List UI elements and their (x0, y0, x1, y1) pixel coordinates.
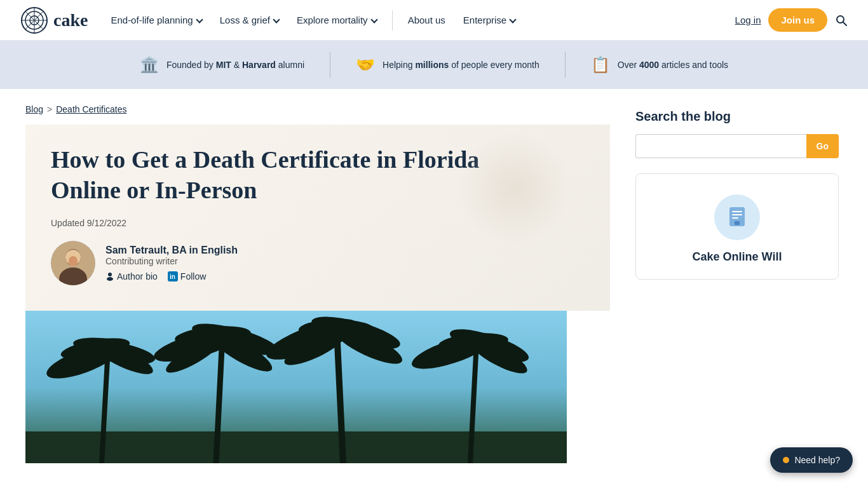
logo-text: cake (53, 10, 88, 30)
svg-text:in: in (170, 273, 175, 280)
svg-rect-47 (735, 221, 740, 225)
help-label: Need help? (794, 455, 840, 463)
main-nav: cake End-of-life planning Loss & grief E… (0, 0, 868, 41)
author-name: Sam Tetrault, BA in English (105, 245, 238, 256)
svg-point-13 (69, 256, 78, 266)
sidebar-search-title: Search the blog (635, 109, 839, 124)
sidebar-card-will: Cake Online Will (635, 173, 839, 280)
author-section: Sam Tetrault, BA in English Contributing… (51, 241, 585, 285)
help-bubble[interactable]: Need help? (770, 447, 853, 463)
palm-trees-illustration (25, 311, 567, 463)
document-icon (726, 206, 749, 229)
nav-item-end-of-life[interactable]: End-of-life planning (103, 10, 209, 30)
nav-item-about-us[interactable]: About us (400, 10, 453, 30)
join-button[interactable]: Join us (768, 8, 827, 32)
sidebar: Search the blog Go Cake Online Will (635, 89, 839, 463)
content-area: Blog > Death Certificates How to Get a D… (25, 89, 635, 463)
help-dot (783, 457, 789, 463)
nav-item-enterprise[interactable]: Enterprise (456, 10, 523, 30)
logo-icon (20, 6, 48, 34)
nav-menu: End-of-life planning Loss & grief Explor… (103, 10, 729, 30)
chevron-down-icon (273, 16, 280, 23)
breadcrumb-blog[interactable]: Blog (25, 104, 43, 114)
chevron-down-icon (370, 16, 377, 23)
nav-actions: Log in Join us (735, 8, 848, 32)
author-links: Author bio in Follow (105, 271, 238, 281)
article-title: How to Get a Death Certificate in Florid… (51, 145, 546, 205)
blog-search-input[interactable] (635, 134, 806, 158)
chevron-down-icon (196, 16, 203, 23)
author-avatar-image (51, 241, 95, 285)
login-button[interactable]: Log in (735, 15, 761, 25)
trust-banner: 🏛️ Founded by MIT & Harvard alumni 🤝 Hel… (0, 41, 868, 89)
logo-link[interactable]: cake (20, 6, 88, 34)
svg-rect-45 (732, 214, 742, 215)
search-button[interactable] (835, 14, 848, 27)
will-icon (714, 194, 760, 240)
linkedin-icon: in (168, 271, 178, 281)
breadcrumb-separator: > (47, 104, 52, 114)
blog-search-bar: Go (635, 134, 839, 158)
article-updated: Updated 9/12/2022 (51, 218, 585, 228)
author-info: Sam Tetrault, BA in English Contributing… (105, 245, 238, 281)
author-role: Contributing writer (105, 256, 238, 266)
svg-rect-46 (732, 217, 738, 219)
sidebar-card-title: Cake Online Will (651, 250, 823, 264)
blog-search-go-button[interactable]: Go (806, 134, 839, 158)
svg-rect-19 (25, 431, 567, 463)
author-avatar (51, 241, 95, 285)
search-icon (835, 14, 848, 27)
hands-icon: 🤝 (356, 56, 375, 74)
svg-point-15 (107, 277, 113, 281)
nav-item-explore-mortality[interactable]: Explore mortality (289, 10, 384, 30)
svg-point-14 (108, 273, 112, 276)
svg-line-8 (843, 22, 846, 25)
breadcrumb: Blog > Death Certificates (25, 89, 610, 125)
person-icon (105, 272, 114, 281)
article-image-section (25, 311, 610, 463)
main-container: Blog > Death Certificates How to Get a D… (0, 89, 868, 463)
banner-item-helping: 🤝 Helping millions of people every month (330, 56, 565, 74)
nav-divider (392, 10, 393, 30)
svg-rect-44 (732, 211, 742, 212)
linkedin-follow-link[interactable]: in Follow (168, 271, 206, 281)
banner-item-articles: 📋 Over 4000 articles and tools (566, 56, 754, 74)
article-hero-image (25, 311, 567, 463)
article-header: How to Get a Death Certificate in Florid… (25, 125, 610, 311)
document-icon: 📋 (591, 56, 610, 74)
chevron-down-icon (510, 16, 517, 23)
banner-item-founded: 🏛️ Founded by MIT & Harvard alumni (114, 56, 330, 74)
breadcrumb-current[interactable]: Death Certificates (56, 104, 126, 114)
nav-item-loss-grief[interactable]: Loss & grief (212, 10, 287, 30)
author-bio-link[interactable]: Author bio (105, 271, 158, 281)
building-icon: 🏛️ (140, 56, 159, 74)
